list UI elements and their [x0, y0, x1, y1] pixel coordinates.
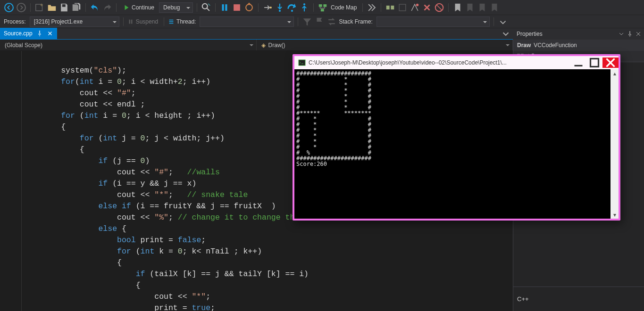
thread-flag-icon[interactable]	[314, 16, 325, 27]
svg-point-11	[291, 9, 293, 11]
properties-sel-name: Draw	[517, 42, 531, 49]
save-button[interactable]	[59, 2, 69, 13]
svg-rect-16	[386, 5, 390, 9]
panel-close-icon[interactable]	[635, 30, 642, 38]
function-icon: ◈	[261, 42, 266, 49]
toolbar-misc-6[interactable]	[434, 2, 444, 13]
bookmark-clear-icon[interactable]	[489, 2, 500, 13]
process-value: [3216] Project1.exe	[34, 18, 83, 25]
suspend-label[interactable]: Suspend	[136, 18, 158, 25]
console-maximize-button[interactable]	[586, 57, 602, 68]
panel-pin-icon[interactable]	[626, 30, 634, 38]
nav-forward-button[interactable]	[16, 2, 26, 13]
bookmark-next-icon[interactable]	[477, 2, 487, 13]
scope-left-label: (Global Scope)	[5, 42, 42, 49]
console-app-icon	[298, 59, 306, 66]
open-file-button[interactable]	[47, 2, 57, 13]
scope-right-label: Draw()	[268, 42, 285, 49]
step-into-button[interactable]	[275, 2, 285, 13]
svg-rect-7	[234, 4, 240, 11]
console-output: ###################### # * # # * # # * #…	[294, 69, 611, 219]
debug-toolbar: Process: [3216] Project1.exe Suspend Thr…	[0, 15, 644, 28]
config-dropdown[interactable]: Debug	[159, 2, 193, 13]
stop-button[interactable]	[232, 2, 242, 13]
toolbar-misc-2[interactable]	[385, 2, 395, 13]
tab-overflow-icon[interactable]	[501, 29, 511, 39]
svg-rect-14	[323, 4, 326, 7]
scope-bar: (Global Scope) ◈ Draw()	[0, 40, 513, 51]
thread-swap-icon[interactable]	[326, 16, 337, 27]
svg-point-1	[17, 3, 25, 12]
svg-rect-13	[319, 4, 322, 7]
bookmark-icon[interactable]	[452, 2, 463, 13]
thread-dropdown[interactable]	[200, 16, 294, 27]
bookmark-prev-icon[interactable]	[465, 2, 475, 13]
thread-filter-icon[interactable]	[302, 16, 312, 27]
svg-point-0	[5, 3, 13, 12]
svg-point-8	[246, 4, 252, 11]
process-label: Process:	[4, 18, 26, 25]
toolbar-misc-1[interactable]	[367, 2, 377, 13]
toolbar-misc-4[interactable]	[410, 2, 420, 13]
console-titlebar[interactable]: C:\Users\Joseph-M\Desktop\joseph\Youtube…	[294, 56, 619, 69]
thread-icon	[168, 18, 175, 25]
svg-rect-21	[129, 19, 130, 24]
toolbar-overflow-icon[interactable]	[498, 16, 508, 27]
console-scrollbar[interactable]: ▴ ▾	[611, 69, 619, 219]
svg-rect-3	[62, 4, 66, 7]
console-close-button[interactable]	[602, 57, 619, 68]
suspend-icon	[127, 18, 134, 25]
code-map-label[interactable]: Code Map	[331, 4, 357, 11]
nav-back-button[interactable]	[4, 2, 14, 13]
svg-point-4	[202, 3, 208, 8]
svg-rect-5	[222, 4, 224, 11]
properties-object-dropdown[interactable]: Draw VCCodeFunction	[513, 40, 644, 51]
pin-icon[interactable]	[36, 30, 43, 37]
properties-selector-row: Draw VCCodeFunction	[513, 40, 644, 51]
properties-sel-type: VCCodeFunction	[534, 42, 577, 49]
editor-tabstrip: Source.cpp	[0, 28, 513, 40]
main-toolbar: Continue Debug Code Map	[0, 0, 644, 15]
svg-rect-18	[400, 4, 406, 11]
save-all-button[interactable]	[71, 2, 82, 13]
play-icon	[123, 4, 130, 11]
process-dropdown[interactable]: [3216] Project1.exe	[30, 16, 119, 27]
panel-dropdown-icon[interactable]	[618, 30, 625, 38]
restart-button[interactable]	[244, 2, 254, 13]
step-over-button[interactable]	[287, 2, 297, 13]
thread-label: Thread:	[176, 18, 196, 25]
undo-button[interactable]	[90, 2, 100, 13]
step-out-button[interactable]	[299, 2, 309, 13]
scroll-down-icon[interactable]: ▾	[611, 211, 619, 219]
svg-rect-22	[131, 19, 133, 24]
new-project-button[interactable]	[34, 2, 45, 13]
svg-rect-15	[321, 8, 324, 11]
console-window[interactable]: C:\Users\Joseph-M\Desktop\joseph\Youtube…	[293, 54, 620, 221]
svg-rect-6	[225, 4, 227, 11]
continue-label: Continue	[132, 4, 154, 11]
properties-tab[interactable]: Properties	[513, 28, 546, 40]
svg-rect-27	[299, 60, 305, 65]
find-button[interactable]	[201, 2, 211, 13]
toolbar-misc-3[interactable]	[397, 2, 408, 13]
svg-point-10	[279, 9, 281, 11]
console-title: C:\Users\Joseph-M\Desktop\joseph\Youtube…	[309, 59, 570, 66]
step-next-statement-button[interactable]	[262, 2, 273, 13]
config-label: Debug	[163, 4, 180, 11]
stackframe-dropdown[interactable]	[376, 16, 490, 27]
scope-left-dropdown[interactable]: (Global Scope)	[0, 40, 257, 50]
continue-button[interactable]: Continue	[120, 2, 157, 13]
tab-source-cpp[interactable]: Source.cpp	[0, 28, 57, 39]
properties-footer: C++	[513, 286, 644, 311]
pause-button[interactable]	[219, 2, 230, 13]
scroll-up-icon[interactable]: ▴	[611, 69, 619, 77]
tab-close-icon[interactable]	[47, 30, 53, 37]
scope-right-dropdown[interactable]: ◈ Draw()	[257, 40, 513, 50]
code-map-icon[interactable]	[318, 2, 328, 13]
toolbar-misc-5[interactable]	[422, 2, 432, 13]
tab-label: Source.cpp	[4, 30, 33, 37]
svg-point-19	[416, 3, 419, 6]
console-minimize-button[interactable]	[570, 57, 586, 68]
svg-rect-28	[591, 59, 599, 67]
redo-button[interactable]	[102, 2, 112, 13]
